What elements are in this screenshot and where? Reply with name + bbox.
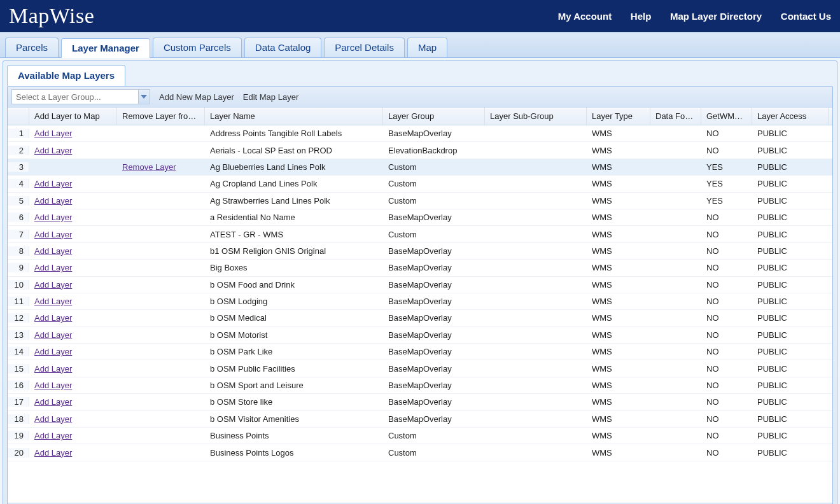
add-layer-link[interactable]: Add Layer bbox=[34, 431, 72, 440]
table-row[interactable]: 17Add Layerb OSM Store likeBaseMapOverla… bbox=[8, 394, 832, 410]
cell-getwms: NO bbox=[701, 313, 752, 323]
col-add-layer[interactable]: Add Layer to Map bbox=[29, 108, 117, 125]
subtab-available-layers[interactable]: Available Map Layers bbox=[7, 65, 125, 86]
app-header: MapWise My Account Help Map Layer Direct… bbox=[0, 0, 840, 32]
tab-parcels[interactable]: Parcels bbox=[5, 38, 59, 57]
sub-tabstrip: Available Map Layers bbox=[3, 61, 837, 86]
add-new-map-layer-button[interactable]: Add New Map Layer bbox=[159, 92, 234, 102]
table-row[interactable]: 12Add Layerb OSM MedicalBaseMapOverlayWM… bbox=[8, 310, 832, 326]
tab-parcel-details[interactable]: Parcel Details bbox=[324, 38, 405, 57]
cell-getwms: NO bbox=[701, 347, 752, 356]
add-layer-link[interactable]: Add Layer bbox=[34, 263, 72, 272]
col-layer-access[interactable]: Layer Access bbox=[752, 108, 829, 125]
col-layer-name[interactable]: Layer Name bbox=[205, 108, 383, 125]
table-row[interactable]: 20Add LayerBusiness Points LogosCustomWM… bbox=[8, 444, 832, 461]
cell-layer-access: PUBLIC bbox=[752, 297, 829, 306]
tab-custom-parcels[interactable]: Custom Parcels bbox=[153, 38, 242, 57]
add-layer-link[interactable]: Add Layer bbox=[34, 347, 72, 356]
table-row[interactable]: 19Add LayerBusiness PointsCustomWMSNOPUB… bbox=[8, 428, 832, 444]
cell-layer-type: WMS bbox=[587, 146, 650, 155]
nav-contact-us[interactable]: Contact Us bbox=[781, 11, 831, 22]
table-row[interactable]: 18Add Layerb OSM Visitor AmenitiesBaseMa… bbox=[8, 411, 832, 428]
cell-getwms: NO bbox=[701, 431, 752, 440]
tab-layer-manager[interactable]: Layer Manager bbox=[61, 38, 150, 58]
nav-my-account[interactable]: My Account bbox=[558, 11, 612, 22]
cell-layer-type: WMS bbox=[587, 381, 650, 390]
add-layer-link[interactable]: Add Layer bbox=[34, 280, 72, 290]
cell-layer-name: b OSM Food and Drink bbox=[205, 280, 383, 290]
edit-map-layer-button[interactable]: Edit Map Layer bbox=[243, 92, 298, 102]
add-layer-link[interactable]: Add Layer bbox=[34, 313, 72, 323]
table-row[interactable]: 1Add LayerAddress Points Tangible Roll L… bbox=[8, 125, 832, 142]
cell-getwms: YES bbox=[701, 162, 752, 172]
table-row[interactable]: 7Add LayerATEST - GR - WMSCustomWMSNOPUB… bbox=[8, 226, 832, 242]
remove-layer-link[interactable]: Remove Layer bbox=[122, 162, 176, 172]
col-layer-subgroup[interactable]: Layer Sub-Group bbox=[485, 108, 587, 125]
cell-layer-group: BaseMapOverlay bbox=[383, 297, 485, 306]
table-row[interactable]: 4Add LayerAg Cropland Land Lines PolkCus… bbox=[8, 176, 832, 192]
main-tabstrip: Parcels Layer Manager Custom Parcels Dat… bbox=[0, 32, 840, 58]
col-data-format[interactable]: Data Fo… bbox=[650, 108, 701, 125]
add-layer-link[interactable]: Add Layer bbox=[34, 414, 72, 424]
cell-layer-group: ElevationBackdrop bbox=[383, 146, 485, 155]
cell-layer-group: BaseMapOverlay bbox=[383, 364, 485, 374]
table-row[interactable]: 15Add Layerb OSM Public FacilitiesBaseMa… bbox=[8, 360, 832, 377]
add-layer-link[interactable]: Add Layer bbox=[34, 297, 72, 306]
add-layer-link[interactable]: Add Layer bbox=[34, 364, 72, 374]
add-layer-link[interactable]: Add Layer bbox=[34, 381, 72, 390]
add-layer-link[interactable]: Add Layer bbox=[34, 397, 72, 407]
table-row[interactable]: 3Remove LayerAg Blueberries Land Lines P… bbox=[8, 159, 832, 176]
add-layer-link[interactable]: Add Layer bbox=[34, 246, 72, 256]
table-row[interactable]: 11Add Layerb OSM LodgingBaseMapOverlayWM… bbox=[8, 293, 832, 310]
col-remove-layer[interactable]: Remove Layer fro… bbox=[117, 108, 205, 125]
cell-layer-access: PUBLIC bbox=[752, 448, 829, 458]
col-getwms[interactable]: GetWM… bbox=[701, 108, 752, 125]
cell-layer-group: BaseMapOverlay bbox=[383, 246, 485, 256]
add-layer-link[interactable]: Add Layer bbox=[34, 330, 72, 340]
layer-group-input[interactable] bbox=[12, 90, 138, 104]
table-row[interactable]: 6Add Layera Residential No NameBaseMapOv… bbox=[8, 209, 832, 226]
table-row[interactable]: 16Add Layerb OSM Sport and LeisureBaseMa… bbox=[8, 377, 832, 394]
row-number: 5 bbox=[8, 196, 29, 206]
tab-data-catalog[interactable]: Data Catalog bbox=[244, 38, 322, 57]
add-layer-link[interactable]: Add Layer bbox=[34, 196, 72, 206]
table-row[interactable]: 14Add Layerb OSM Park LikeBaseMapOverlay… bbox=[8, 344, 832, 360]
cell-getwms: NO bbox=[701, 280, 752, 290]
add-layer-link[interactable]: Add Layer bbox=[34, 179, 72, 188]
grid-body[interactable]: 1Add LayerAddress Points Tangible Roll L… bbox=[8, 125, 832, 503]
col-rownum[interactable] bbox=[8, 108, 29, 125]
combo-trigger[interactable] bbox=[138, 90, 150, 104]
cell-layer-name: Business Points bbox=[205, 431, 383, 440]
add-layer-link[interactable]: Add Layer bbox=[34, 129, 72, 138]
nav-map-layer-directory[interactable]: Map Layer Directory bbox=[670, 11, 762, 22]
table-row[interactable]: 10Add Layerb OSM Food and DrinkBaseMapOv… bbox=[8, 277, 832, 293]
row-number: 1 bbox=[8, 129, 29, 138]
table-row[interactable]: 8Add Layerb1 OSM Religion GNIS OriginalB… bbox=[8, 243, 832, 260]
cell-layer-group: BaseMapOverlay bbox=[383, 347, 485, 356]
cell-layer-access: PUBLIC bbox=[752, 162, 829, 172]
cell-getwms: NO bbox=[701, 330, 752, 340]
table-row[interactable]: 2Add LayerAerials - Local SP East on PRO… bbox=[8, 142, 832, 158]
add-layer-link[interactable]: Add Layer bbox=[34, 230, 72, 239]
add-layer-link[interactable]: Add Layer bbox=[34, 448, 72, 458]
tab-map[interactable]: Map bbox=[407, 38, 447, 57]
cell-add-layer: Add Layer bbox=[29, 414, 117, 424]
cell-add-layer: Add Layer bbox=[29, 196, 117, 206]
cell-add-layer: Add Layer bbox=[29, 246, 117, 256]
top-nav: My Account Help Map Layer Directory Cont… bbox=[542, 11, 831, 22]
table-row[interactable]: 5Add LayerAg Strawberries Land Lines Pol… bbox=[8, 193, 832, 209]
col-layer-type[interactable]: Layer Type bbox=[587, 108, 650, 125]
grid-toolbar: Add New Map Layer Edit Map Layer bbox=[8, 87, 832, 108]
table-row[interactable]: 13Add Layerb OSM MotoristBaseMapOverlayW… bbox=[8, 327, 832, 344]
nav-help[interactable]: Help bbox=[631, 11, 652, 22]
add-layer-link[interactable]: Add Layer bbox=[34, 146, 72, 155]
cell-layer-group: BaseMapOverlay bbox=[383, 280, 485, 290]
cell-layer-group: BaseMapOverlay bbox=[383, 129, 485, 138]
cell-getwms: NO bbox=[701, 448, 752, 458]
layer-group-combo[interactable] bbox=[11, 89, 150, 104]
row-number: 7 bbox=[8, 230, 29, 239]
add-layer-link[interactable]: Add Layer bbox=[34, 213, 72, 222]
cell-layer-name: Ag Blueberries Land Lines Polk bbox=[205, 162, 383, 172]
col-layer-group[interactable]: Layer Group bbox=[383, 108, 485, 125]
table-row[interactable]: 9Add LayerBig BoxesBaseMapOverlayWMSNOPU… bbox=[8, 260, 832, 276]
